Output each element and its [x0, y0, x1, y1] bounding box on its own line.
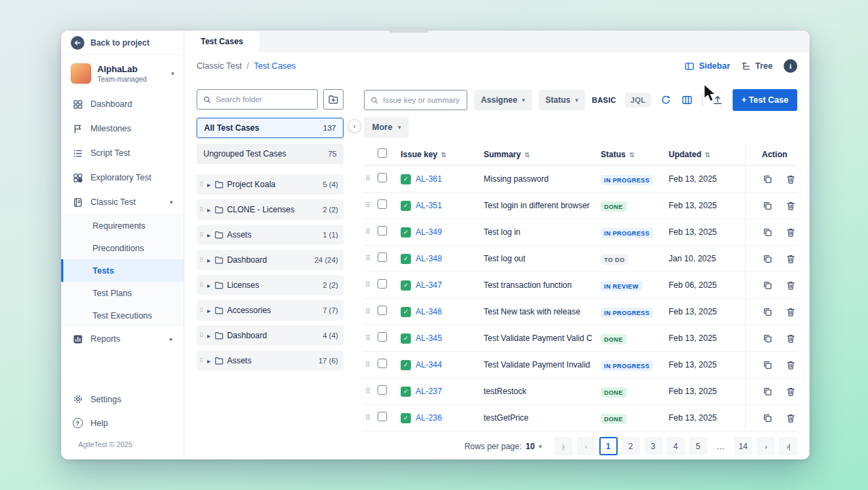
- rows-per-page[interactable]: Rows per page: 10 ▾: [465, 442, 542, 451]
- sidebar-item-test-plans[interactable]: Test Plans: [61, 282, 184, 304]
- row-checkbox[interactable]: [378, 412, 387, 421]
- breadcrumb-classic-test[interactable]: Classic Test: [197, 61, 241, 71]
- issue-search-input[interactable]: [383, 96, 461, 104]
- copy-icon[interactable]: [762, 253, 773, 265]
- folder-item[interactable]: ⠿ ▸ Dashboard 24 (24): [197, 250, 344, 270]
- issue-key-link[interactable]: AL-237: [416, 387, 442, 396]
- trash-icon[interactable]: [785, 412, 797, 424]
- trash-icon[interactable]: [785, 200, 797, 212]
- chevron-right-icon[interactable]: ▸: [207, 206, 211, 214]
- help-button[interactable]: ? Help: [61, 411, 184, 435]
- drag-handle-icon[interactable]: ⠿: [364, 282, 378, 289]
- row-checkbox[interactable]: [378, 385, 387, 395]
- jql-mode-toggle[interactable]: JQL: [625, 93, 651, 108]
- drag-handle-icon[interactable]: ⠿: [199, 358, 204, 364]
- copy-icon[interactable]: [762, 412, 773, 424]
- drag-handle-icon[interactable]: ⠿: [364, 202, 378, 209]
- drag-handle-icon[interactable]: ⠿: [364, 388, 378, 395]
- refresh-icon[interactable]: [660, 94, 672, 106]
- folder-search-input[interactable]: [216, 95, 312, 103]
- column-status[interactable]: Status⇅: [601, 150, 669, 159]
- drag-handle-icon[interactable]: ⠿: [364, 255, 378, 262]
- issue-key-link[interactable]: AL-344: [416, 360, 442, 370]
- project-switcher[interactable]: AlphaLab Team-managed ▾: [61, 55, 184, 91]
- trash-icon[interactable]: [785, 227, 797, 238]
- last-page-button[interactable]: ›|: [779, 437, 797, 455]
- copy-icon[interactable]: [762, 280, 773, 291]
- drag-handle-icon[interactable]: ⠿: [199, 232, 204, 238]
- drag-handle-icon[interactable]: ⠿: [199, 282, 204, 289]
- drag-handle-icon[interactable]: ⠿: [199, 333, 204, 339]
- row-checkbox[interactable]: [378, 332, 387, 342]
- trash-icon[interactable]: [785, 333, 797, 344]
- row-checkbox[interactable]: [378, 359, 387, 368]
- folder-item[interactable]: ⠿ ▸ Assets 17 (6): [197, 350, 344, 371]
- issue-key-link[interactable]: AL-346: [416, 307, 442, 316]
- settings-button[interactable]: Settings: [61, 387, 184, 411]
- sidebar-item-script-test[interactable]: Script Test: [61, 141, 184, 165]
- copy-icon[interactable]: [762, 386, 773, 397]
- table-row[interactable]: ⠿ ✓ AL-351 Test login in different brows…: [364, 193, 797, 219]
- chevron-right-icon[interactable]: ▸: [207, 357, 211, 365]
- folder-item[interactable]: ⠿ ▸ Accessories 7 (7): [197, 300, 344, 321]
- issue-key-link[interactable]: AL-345: [416, 333, 442, 343]
- folder-item[interactable]: ⠿ ▸ Dashboard 4 (4): [197, 325, 344, 346]
- drag-handle-icon[interactable]: ⠿: [364, 176, 378, 182]
- tab-test-cases[interactable]: Test Cases: [184, 31, 259, 52]
- table-row[interactable]: ⠿ ✓ AL-346 Test New task with release IN…: [364, 299, 797, 325]
- sidebar-item-test-executions[interactable]: Test Executions: [61, 304, 184, 327]
- sidebar-item-classic-test[interactable]: Classic Test ▾: [61, 190, 184, 214]
- table-row[interactable]: ⠿ ✓ AL-344 Test Validate Payment Invalid…: [364, 352, 797, 378]
- chevron-right-icon[interactable]: ▸: [207, 307, 211, 314]
- first-page-button[interactable]: |‹: [554, 437, 573, 455]
- assignee-filter[interactable]: Assignee ▾: [474, 90, 532, 110]
- drag-handle-icon[interactable]: ⠿: [364, 229, 378, 235]
- sidebar-item-tests[interactable]: Tests: [61, 259, 184, 282]
- table-row[interactable]: ⠿ ✓ AL-345 Test Validate Payment Valid C…: [364, 325, 797, 352]
- chevron-right-icon[interactable]: ▸: [207, 332, 211, 340]
- trash-icon[interactable]: [785, 386, 797, 397]
- prev-page-button[interactable]: ‹: [577, 437, 595, 455]
- issue-key-link[interactable]: AL-351: [416, 201, 442, 210]
- table-row[interactable]: ⠿ ✓ AL-236 testGetPrice DONE Feb 13, 202…: [364, 405, 797, 431]
- collapse-folder-panel-button[interactable]: ‹: [348, 119, 361, 133]
- trash-icon[interactable]: [785, 280, 797, 291]
- trash-icon[interactable]: [785, 359, 797, 371]
- folder-all-test-cases[interactable]: All Test Cases 137: [197, 118, 344, 138]
- copy-icon[interactable]: [762, 227, 773, 238]
- row-checkbox[interactable]: [378, 306, 387, 315]
- trash-icon[interactable]: [785, 253, 797, 265]
- chevron-right-icon[interactable]: ▸: [207, 181, 211, 189]
- page-button[interactable]: 4: [667, 437, 685, 455]
- info-icon[interactable]: i: [784, 59, 797, 73]
- drag-handle-icon[interactable]: ⠿: [364, 414, 378, 421]
- sidebar-item-milestones[interactable]: Milestones: [61, 116, 184, 141]
- issue-key-link[interactable]: AL-236: [416, 413, 442, 423]
- add-folder-button[interactable]: [323, 89, 344, 110]
- copy-icon[interactable]: [762, 359, 773, 371]
- add-test-case-button[interactable]: + Test Case: [733, 89, 797, 111]
- back-to-project-button[interactable]: Back to project: [61, 31, 184, 55]
- copy-icon[interactable]: [762, 200, 773, 212]
- tree-view-button[interactable]: Tree: [741, 61, 773, 71]
- sidebar-item-dashboard[interactable]: Dashboard: [61, 92, 184, 116]
- row-checkbox[interactable]: [378, 226, 387, 235]
- table-row[interactable]: ⠿ ✓ AL-361 Missing password IN PROGRESS …: [364, 166, 797, 193]
- column-updated[interactable]: Updated⇅: [669, 150, 745, 159]
- sidebar-item-requirements[interactable]: Requirements: [61, 214, 184, 237]
- table-row[interactable]: ⠿ ✓ AL-349 Test log in IN PROGRESS Feb 1…: [364, 219, 797, 246]
- trash-icon[interactable]: [785, 306, 797, 318]
- folder-item[interactable]: ⠿ ▸ Project Koala 5 (4): [197, 174, 344, 195]
- column-summary[interactable]: Summary⇅: [484, 150, 601, 159]
- status-filter[interactable]: Status ▾: [539, 90, 585, 110]
- table-row[interactable]: ⠿ ✓ AL-347 Test transaction function IN …: [364, 272, 797, 299]
- drag-handle-icon[interactable]: ⠿: [364, 335, 378, 342]
- copy-icon[interactable]: [762, 306, 773, 318]
- drag-handle-icon[interactable]: ⠿: [199, 257, 204, 263]
- breadcrumb-test-cases[interactable]: Test Cases: [254, 61, 296, 71]
- chevron-right-icon[interactable]: ▸: [207, 257, 211, 264]
- folder-item[interactable]: ⠿ ▸ CLONE - Licenses 2 (2): [197, 199, 344, 220]
- trash-icon[interactable]: [785, 174, 797, 185]
- copy-icon[interactable]: [762, 174, 773, 185]
- page-button[interactable]: 1: [599, 437, 618, 455]
